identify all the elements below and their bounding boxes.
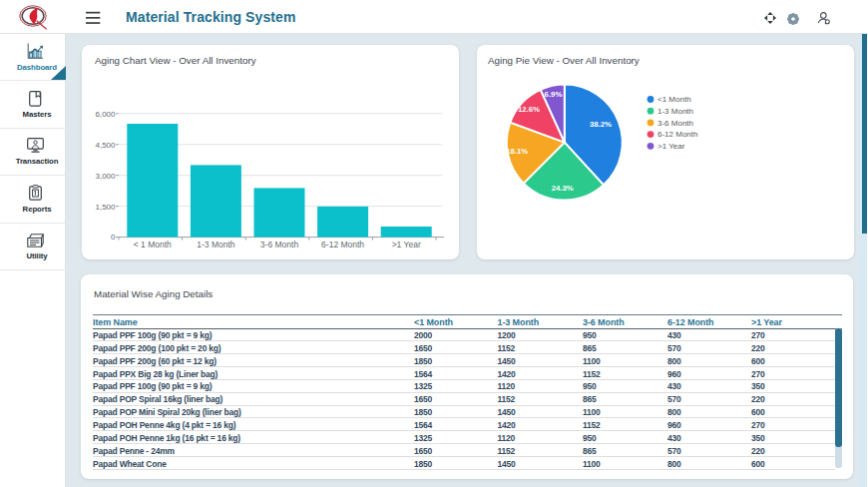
svg-text:6-12 Month: 6-12 Month [321, 240, 364, 249]
svg-text:1-3 Month: 1-3 Month [197, 240, 235, 249]
svg-text:4,500: 4,500 [95, 141, 116, 150]
svg-text:6.9%: 6.9% [545, 90, 563, 99]
svg-text:6-12 Month: 6-12 Month [657, 130, 697, 139]
svg-text:1,500: 1,500 [95, 203, 116, 212]
svg-text:< 1 Month: < 1 Month [134, 240, 172, 249]
svg-text:24.3%: 24.3% [552, 184, 574, 193]
svg-text:6,000: 6,000 [95, 110, 116, 119]
svg-text:>1 Year: >1 Year [657, 142, 685, 151]
svg-text:3-6 Month: 3-6 Month [260, 240, 299, 249]
svg-text:3-6 Month: 3-6 Month [657, 119, 693, 128]
svg-text:18.1%: 18.1% [506, 147, 528, 156]
svg-text:>1 Year: >1 Year [392, 240, 421, 249]
svg-text:1-3 Month: 1-3 Month [657, 107, 693, 116]
svg-text:<1 Month: <1 Month [657, 95, 691, 104]
svg-text:38.2%: 38.2% [590, 120, 612, 129]
svg-text:12.6%: 12.6% [518, 105, 540, 114]
svg-text:3,000: 3,000 [95, 172, 116, 181]
svg-text:0: 0 [111, 233, 116, 242]
